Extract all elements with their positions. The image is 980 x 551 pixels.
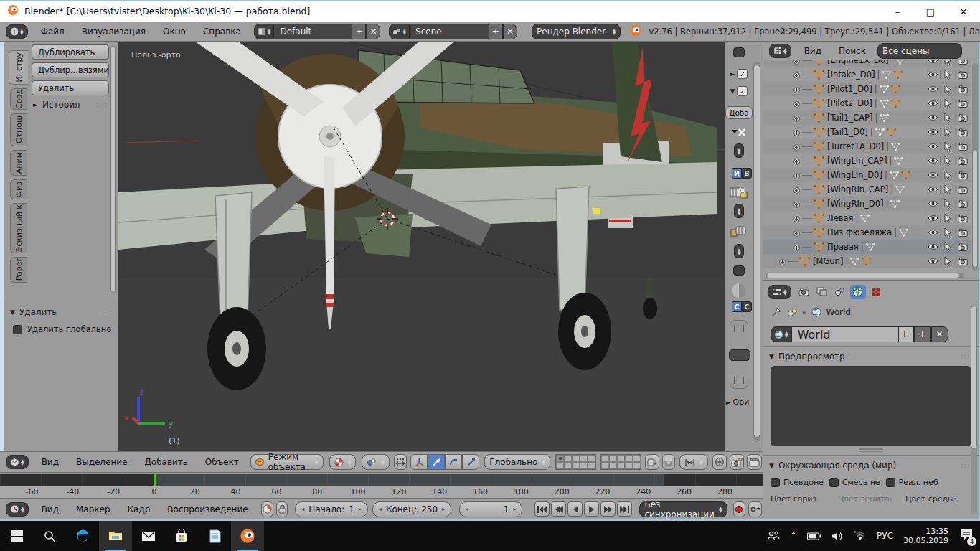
outliner-row[interactable]: [WingRIn_D0]| [763, 197, 971, 211]
shading-dropdown[interactable]: ▲▼ [329, 454, 357, 470]
scale-manipulator-button[interactable] [462, 454, 479, 470]
snap-element-dropdown[interactable]: ▲▼ [679, 454, 708, 470]
battery-icon[interactable] [807, 532, 821, 540]
view3d-menu-2[interactable]: Добавить [136, 457, 196, 467]
layout-delete-button[interactable]: ✕ [366, 24, 380, 39]
layer-cell[interactable] [617, 462, 625, 469]
checkbox-icon[interactable] [771, 478, 780, 487]
lock-button[interactable] [276, 501, 288, 517]
language-indicator[interactable]: РУС [877, 531, 893, 541]
layer-cell[interactable] [601, 462, 609, 469]
timeline-menu-1[interactable]: Маркер [67, 504, 119, 514]
render-camera-icon[interactable] [955, 171, 970, 179]
render-camera-icon[interactable] [955, 128, 970, 136]
editor-type-button-properties[interactable]: ▲▼ [768, 285, 791, 299]
outliner-row[interactable]: [WingLIn_CAP]| [763, 154, 971, 168]
timeline-ruler[interactable]: -60-40-200204060801001201401601802002202… [0, 486, 763, 498]
env-checkbox-2[interactable]: Реал. неб [886, 478, 938, 487]
outliner-row[interactable]: [Intake_D0]| [763, 67, 971, 82]
render-camera-icon[interactable] [955, 243, 970, 251]
shelf-tab-4[interactable]: Физ [10, 179, 27, 199]
tray-chevron-icon[interactable]: ⌃ [790, 531, 797, 541]
matcap-sphere-icon[interactable] [728, 283, 750, 298]
render-camera-icon[interactable] [955, 157, 970, 165]
eye-icon[interactable] [925, 114, 940, 121]
selectable-arrow-icon[interactable] [940, 113, 955, 123]
panel-grip-handle[interactable]: :::: [101, 309, 113, 316]
snap-magnet-button[interactable] [662, 454, 675, 470]
object-name[interactable]: [Intake_D0] [827, 70, 875, 80]
world-name-field[interactable]: World [792, 326, 898, 342]
selectable-arrow-icon[interactable] [940, 156, 955, 166]
timeline-menu-2[interactable]: Кадр [119, 504, 159, 514]
taskbar-edge-icon[interactable] [66, 521, 99, 551]
outliner-hscrollbar[interactable] [766, 273, 964, 278]
render-camera-icon[interactable] [955, 100, 970, 108]
layer-cell[interactable] [625, 455, 633, 462]
timeline-playhead[interactable] [154, 474, 156, 486]
stepper-control[interactable]: ▲▼ [728, 143, 750, 158]
outliner-vscrollbar[interactable] [972, 63, 978, 271]
taskbar-store-icon[interactable] [165, 521, 198, 551]
delete-x-icon[interactable] [728, 128, 750, 138]
render-camera-icon[interactable] [955, 186, 970, 194]
prev-keyframe-button[interactable] [551, 501, 566, 517]
fake-user-button[interactable]: F [898, 326, 914, 342]
layer-cell[interactable] [609, 462, 617, 469]
shelf-button-2[interactable]: Удалить [32, 80, 109, 95]
sync-mode-dropdown[interactable]: Без синхронизации ▲▼ [639, 501, 727, 517]
view3d-menu-3[interactable]: Объект [197, 457, 248, 467]
tab-texture-icon[interactable] [868, 285, 884, 299]
jump-to-start-button[interactable] [534, 501, 550, 517]
eye-icon[interactable] [925, 186, 940, 193]
orientation-dropdown[interactable]: Глобально ▲▼ [484, 454, 550, 470]
object-name[interactable]: [WingLIn_D0] [827, 170, 882, 180]
info-menu-0[interactable]: Файл [32, 27, 73, 37]
strip-toggle-collapsed[interactable]: ►✓ [728, 69, 750, 79]
layer-cell[interactable] [580, 462, 588, 469]
layer-cell[interactable] [625, 462, 633, 469]
outliner-row[interactable]: Низ фюзеляжа| [763, 225, 971, 240]
shelf-tab-3[interactable]: Аним [10, 150, 27, 176]
paint-roller-icon[interactable] [728, 225, 750, 238]
jump-to-end-button[interactable] [617, 501, 632, 517]
selectable-arrow-icon[interactable] [940, 60, 955, 65]
tab-world-icon[interactable] [850, 285, 866, 299]
object-name[interactable]: [Pilot2_D0] [827, 98, 872, 108]
selectable-arrow-icon[interactable] [940, 257, 955, 266]
viewport-3d[interactable]: z y x Польз.-орто (1) [118, 42, 725, 451]
object-name[interactable]: [Pilot1_D0] [827, 84, 872, 94]
render-engine-dropdown[interactable]: Рендер Blender ▲▼ [532, 24, 621, 39]
action-center-icon[interactable]: 4 [960, 529, 973, 543]
layer-cell[interactable] [556, 455, 564, 462]
selectable-arrow-icon[interactable] [940, 142, 955, 151]
world-datablock-icon[interactable]: ▲▼ [771, 326, 792, 342]
clock[interactable]: 13:35 30.05.2019 [903, 527, 948, 545]
people-icon[interactable] [767, 531, 780, 541]
outliner-row[interactable]: [WingRIn_CAP]| [763, 182, 971, 197]
scene-delete-button[interactable]: ✕ [503, 24, 517, 39]
selectable-arrow-icon[interactable] [940, 185, 955, 194]
render-camera-icon[interactable] [955, 200, 970, 208]
pin-icon[interactable] [771, 306, 782, 318]
operator-panel-header[interactable]: ▼ Удалить :::: [4, 303, 118, 319]
object-name[interactable]: [Tail1_CAP] [827, 113, 872, 123]
layout-add-button[interactable]: + [352, 24, 366, 39]
taskbar-notepad-icon[interactable] [198, 521, 231, 551]
taskbar-explorer-icon[interactable] [99, 521, 132, 551]
selectable-arrow-icon[interactable] [940, 171, 955, 180]
outliner-row[interactable]: [Engine1X_D0]| [763, 60, 971, 67]
layer-cell[interactable] [633, 455, 641, 462]
timeline-menu-0[interactable]: Вид [33, 504, 67, 514]
play-reverse-button[interactable] [567, 501, 583, 517]
outliner-row[interactable]: Левая| [763, 211, 971, 225]
layers-grid-2[interactable] [600, 454, 641, 470]
layer-cell[interactable] [572, 455, 580, 462]
speaker-icon[interactable] [831, 532, 844, 541]
timeline-menu-3[interactable]: Воспроизведение [159, 504, 256, 514]
object-name[interactable]: [Turret1A_D0] [827, 141, 884, 151]
object-name[interactable]: Левая [827, 213, 853, 223]
strip-slider[interactable] [730, 320, 748, 389]
ib-toggle[interactable]: ИВ [731, 168, 753, 179]
eye-icon[interactable] [925, 128, 940, 136]
